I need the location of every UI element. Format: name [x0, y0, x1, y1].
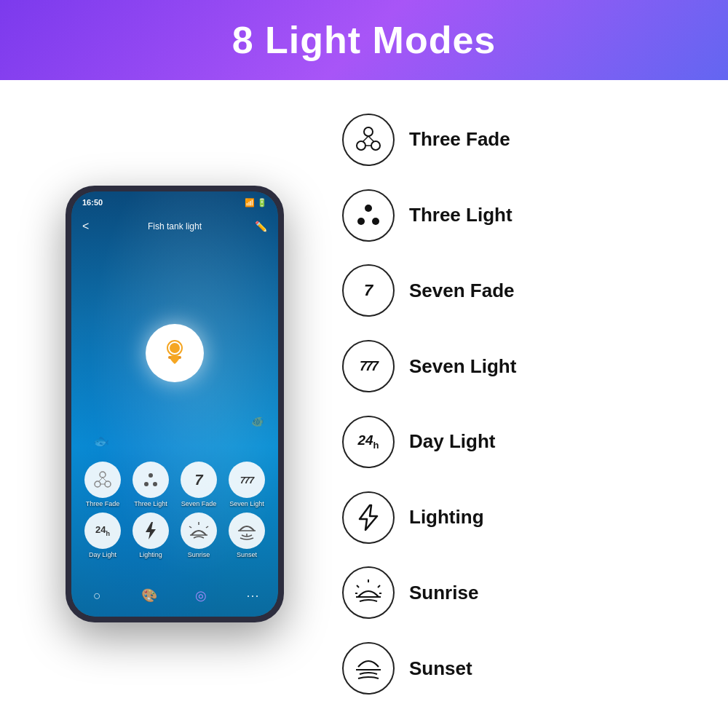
main-content: 16:50 📶 🔋 < Fish tank light ✏️	[0, 80, 728, 728]
svg-line-24	[368, 136, 374, 142]
day-light-label: Day Light	[409, 430, 495, 453]
svg-point-27	[357, 218, 365, 225]
phone-bottom-nav: ○ 🎨 ◎ ⋯	[71, 585, 278, 606]
phone-mode-label-three-fade: Three Fade	[86, 500, 120, 507]
phone-status-bar: 16:50 📶 🔋	[71, 191, 278, 213]
three-light-icon	[354, 201, 383, 230]
phone-mockup: 16:50 📶 🔋 < Fish tank light ✏️	[66, 186, 284, 622]
phone-mode-label-seven-light: Seven Light	[229, 500, 264, 507]
svg-point-4	[100, 472, 106, 478]
three-fade-label: Three Fade	[409, 128, 510, 151]
phone-mode-label-sunset: Sunset	[237, 551, 257, 558]
phone-mode-seven-light[interactable]: 777 Seven Light	[229, 462, 265, 507]
seven-light-label: Seven Light	[409, 355, 516, 378]
mode-row-seven-light: 777 Seven Light	[342, 340, 706, 392]
svg-point-1	[170, 343, 180, 353]
phone-nav-mode[interactable]: ◎	[191, 585, 211, 606]
lighting-icon-circle	[342, 491, 395, 544]
svg-point-3	[178, 356, 181, 359]
phone-mode-three-light[interactable]: Three Light	[132, 462, 169, 507]
sunset-label: Sunset	[409, 657, 472, 680]
svg-marker-13	[146, 522, 156, 539]
three-light-label: Three Light	[409, 204, 513, 226]
svg-point-11	[144, 482, 149, 486]
phone-mode-label-seven-fade: Seven Fade	[181, 500, 217, 507]
svg-point-12	[153, 482, 157, 486]
phone-time: 16:50	[82, 198, 103, 207]
phone-modes-row2: 24h Day Light Lighting Su	[71, 513, 278, 558]
phone-mode-seven-fade[interactable]: 7 Seven Fade	[181, 462, 217, 507]
lightning-icon	[354, 503, 383, 532]
svg-point-22	[371, 141, 380, 150]
seven-light-icon-circle: 777	[342, 340, 395, 392]
sunrise-label: Sunrise	[409, 582, 478, 604]
sunrise-icon-circle	[342, 566, 395, 619]
phone-center-button[interactable]	[146, 324, 204, 382]
phone-nav-title: Fish tank light	[148, 221, 202, 232]
svg-point-5	[95, 481, 100, 487]
mode-row-three-fade: Three Fade	[342, 114, 706, 166]
mode-row-seven-fade: 7 Seven Fade	[342, 264, 706, 317]
phone-mode-lighting[interactable]: Lighting	[132, 513, 169, 558]
svg-line-16	[206, 526, 208, 528]
three-fade-icon-circle	[342, 114, 395, 166]
phone-container: 16:50 📶 🔋 < Fish tank light ✏️	[22, 95, 328, 713]
svg-point-21	[357, 141, 365, 150]
phone-nav-home[interactable]: ○	[87, 585, 108, 606]
mode-row-sunrise: Sunrise	[342, 566, 706, 619]
fish-decoration: 🐟	[93, 433, 109, 449]
page-title: 8 Light Modes	[232, 18, 496, 62]
phone-nav-more[interactable]: ⋯	[242, 585, 263, 606]
phone-mode-label-sunrise: Sunrise	[188, 551, 210, 558]
phone-nav-palette[interactable]: 🎨	[139, 585, 159, 606]
svg-point-6	[105, 481, 111, 487]
lighting-label: Lighting	[409, 506, 484, 529]
mode-row-three-light: Three Light	[342, 189, 706, 242]
svg-line-23	[363, 136, 368, 142]
sunrise-icon	[354, 578, 383, 607]
svg-point-10	[149, 473, 153, 478]
mode-row-lighting: Lighting	[342, 491, 706, 544]
phone-mode-sunset[interactable]: Sunset	[229, 513, 265, 558]
three-light-icon-circle	[342, 189, 395, 242]
day-light-text: 24h	[357, 432, 379, 451]
header: 8 Light Modes	[0, 0, 728, 80]
sunset-icon-circle	[342, 642, 395, 695]
phone-back-button[interactable]: <	[82, 220, 89, 233]
phone-mode-label-three-light: Three Light	[134, 500, 167, 507]
seven-fade-icon-circle: 7	[342, 264, 395, 317]
phone-screen: 16:50 📶 🔋 < Fish tank light ✏️	[71, 191, 278, 617]
svg-line-7	[98, 478, 103, 482]
mode-row-day-light: 24h Day Light	[342, 416, 706, 468]
day-light-icon-circle: 24h	[342, 416, 395, 468]
svg-line-32	[378, 585, 380, 587]
phone-nav-bar: < Fish tank light ✏️	[71, 213, 278, 239]
fish-decoration-2: 🐠	[251, 416, 264, 427]
svg-line-8	[103, 478, 107, 482]
sunset-icon	[354, 654, 383, 683]
svg-point-28	[372, 218, 379, 225]
side-panel: Three Fade Three Light 7 Seven Fade 77	[342, 95, 706, 713]
three-fade-icon	[354, 125, 383, 154]
phone-modes-row1: Three Fade Three Light 7 Seven Fade	[71, 462, 278, 507]
svg-point-20	[364, 127, 373, 136]
svg-line-31	[357, 585, 359, 587]
phone-mode-label-lighting: Lighting	[139, 551, 162, 558]
phone-mode-label-day-light: Day Light	[89, 551, 116, 558]
phone-mode-day-light[interactable]: 24h Day Light	[84, 513, 121, 558]
mode-row-sunset: Sunset	[342, 642, 706, 695]
svg-point-26	[365, 205, 372, 212]
phone-mode-sunrise[interactable]: Sunrise	[181, 513, 217, 558]
seven-fade-text: 7	[364, 281, 373, 300]
phone-mode-three-fade[interactable]: Three Fade	[84, 462, 121, 507]
phone-icons: 📶 🔋	[245, 198, 267, 207]
svg-point-2	[168, 356, 171, 359]
fish-light-icon	[159, 336, 191, 369]
svg-line-15	[189, 526, 191, 528]
svg-marker-29	[360, 505, 377, 530]
seven-light-text: 777	[360, 359, 377, 374]
phone-edit-button[interactable]: ✏️	[255, 221, 267, 232]
seven-fade-label: Seven Fade	[409, 280, 515, 302]
